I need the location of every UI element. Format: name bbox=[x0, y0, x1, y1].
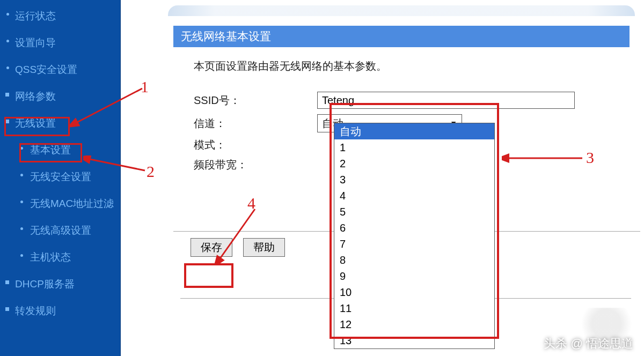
sidebar-item-label: 无线安全设置 bbox=[30, 171, 91, 182]
sidebar-item-dhcp[interactable]: DHCP服务器 bbox=[0, 271, 120, 298]
sidebar: 运行状态 设置向导 QSS安全设置 网络参数 无线设置 基本设置 无线安全设置 … bbox=[0, 0, 121, 356]
channel-option-7[interactable]: 7 bbox=[334, 236, 494, 252]
channel-option-4[interactable]: 4 bbox=[334, 188, 494, 204]
channel-dropdown: 自动 1 2 3 4 5 6 7 8 9 10 11 12 13 bbox=[334, 123, 495, 349]
ssid-label: SSID号： bbox=[194, 93, 317, 108]
sidebar-item-status[interactable]: 运行状态 bbox=[0, 3, 120, 29]
sidebar-item-network[interactable]: 网络参数 bbox=[0, 83, 120, 110]
sidebar-item-qss[interactable]: QSS安全设置 bbox=[0, 56, 120, 83]
row-ssid: SSID号： bbox=[194, 92, 619, 109]
sidebar-item-label: 基本设置 bbox=[30, 144, 71, 155]
panel-description: 本页面设置路由器无线网络的基本参数。 bbox=[194, 59, 619, 73]
sidebar-item-wireless[interactable]: 无线设置 bbox=[0, 110, 120, 137]
panel-title: 无线网络基本设置 bbox=[173, 26, 630, 47]
sidebar-item-label: 网络参数 bbox=[15, 91, 56, 102]
channel-option-12[interactable]: 12 bbox=[334, 316, 494, 332]
bandwidth-label: 频段带宽： bbox=[194, 158, 317, 172]
watermark-text: 头杀 @ 悟途思道 bbox=[544, 336, 633, 352]
sidebar-item-basic[interactable]: 基本设置 bbox=[0, 137, 120, 164]
channel-option-5[interactable]: 5 bbox=[334, 204, 494, 220]
sidebar-item-forward[interactable]: 转发规则 bbox=[0, 298, 120, 324]
sidebar-item-label: 设置向导 bbox=[15, 37, 56, 48]
sidebar-item-host-status[interactable]: 主机状态 bbox=[0, 244, 120, 271]
sidebar-item-label: 无线高级设置 bbox=[30, 225, 91, 236]
ssid-input[interactable] bbox=[317, 92, 575, 109]
sidebar-item-security[interactable]: 无线安全设置 bbox=[0, 164, 120, 190]
channel-option-auto[interactable]: 自动 bbox=[334, 123, 494, 139]
channel-option-1[interactable]: 1 bbox=[334, 139, 494, 155]
sidebar-item-label: DHCP服务器 bbox=[15, 278, 75, 290]
channel-option-2[interactable]: 2 bbox=[334, 155, 494, 172]
sidebar-item-label: 无线设置 bbox=[15, 117, 56, 129]
channel-option-13[interactable]: 13 bbox=[334, 332, 494, 348]
watermark-logo bbox=[574, 308, 639, 340]
channel-option-10[interactable]: 10 bbox=[334, 284, 494, 300]
sidebar-item-mac-filter[interactable]: 无线MAC地址过滤 bbox=[0, 190, 120, 217]
sidebar-item-wizard[interactable]: 设置向导 bbox=[0, 29, 120, 56]
sidebar-item-label: 转发规则 bbox=[15, 305, 56, 316]
panel-top-decoration bbox=[168, 5, 635, 16]
channel-label: 信道： bbox=[194, 116, 317, 131]
sidebar-item-label: QSS安全设置 bbox=[15, 64, 77, 75]
channel-option-8[interactable]: 8 bbox=[334, 252, 494, 268]
sidebar-item-label: 运行状态 bbox=[15, 10, 56, 21]
mode-label: 模式： bbox=[194, 138, 317, 152]
channel-option-9[interactable]: 9 bbox=[334, 268, 494, 284]
sidebar-item-label: 无线MAC地址过滤 bbox=[30, 198, 114, 209]
channel-option-6[interactable]: 6 bbox=[334, 220, 494, 236]
sidebar-item-advanced[interactable]: 无线高级设置 bbox=[0, 217, 120, 244]
channel-option-3[interactable]: 3 bbox=[334, 172, 494, 188]
sidebar-item-label: 主机状态 bbox=[30, 251, 71, 263]
help-button[interactable]: 帮助 bbox=[243, 238, 285, 257]
channel-option-11[interactable]: 11 bbox=[334, 300, 494, 316]
save-button[interactable]: 保存 bbox=[191, 238, 232, 257]
